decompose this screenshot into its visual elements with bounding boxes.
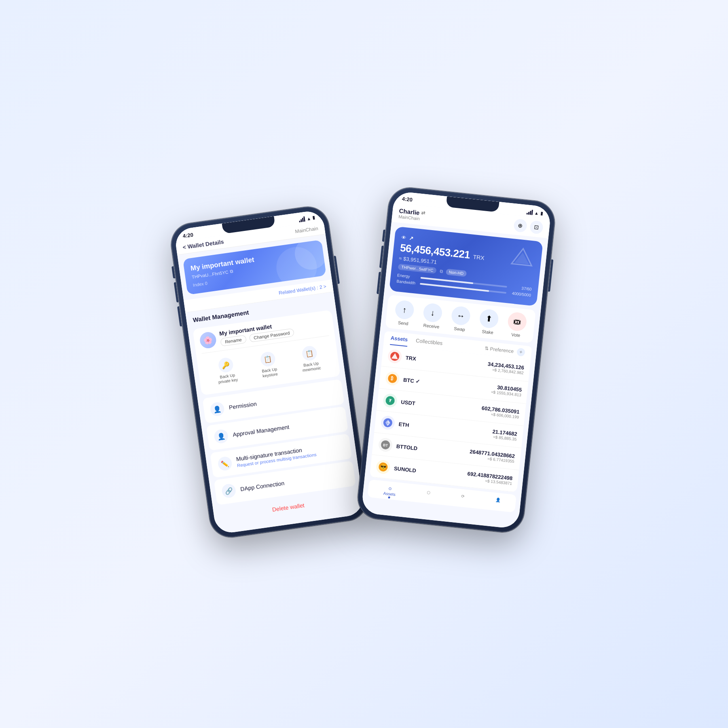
wifi-icon: ▲ (306, 216, 311, 221)
vote-label: Vote (511, 332, 521, 338)
tab-collectibles[interactable]: Collectibles (415, 334, 443, 350)
sunold-info: SUNOLD (394, 465, 463, 478)
non-hd-badge: Non-HD (446, 269, 466, 277)
status-icons-left: ▲ ▮ (298, 215, 315, 222)
bttold-balance: 2648771.04328662 ≈$ 6.77419355 (469, 449, 515, 464)
stake-action[interactable]: ⬆ Stake (478, 309, 499, 335)
wallet-identity-info: My important wallet Rename Change Passwo… (219, 315, 328, 347)
signal-icon-right (527, 209, 533, 215)
back-button[interactable]: < Wallet Details (182, 238, 224, 250)
bttold-name: BTTOLD (396, 443, 466, 456)
receive-icon: ↓ (423, 303, 443, 323)
swap-label: Swap (454, 326, 466, 332)
status-icons-right: ▲ ▮ (527, 209, 543, 216)
wallet-avatar: 🌸 (199, 331, 217, 349)
trx-icon (387, 349, 402, 364)
stake-icon: ⬆ (479, 309, 499, 329)
status-time-left: 4:20 (182, 232, 194, 239)
copy-icon[interactable]: ⧉ (229, 269, 233, 274)
tab-right-actions: ⇅ Preference + (484, 344, 525, 356)
svg-text:₿: ₿ (391, 375, 394, 381)
eth-icon (380, 415, 395, 430)
dapp-label: DApp Connection (240, 480, 285, 492)
backup-keystore-label: Back Upkeystore (262, 367, 278, 379)
preference-button[interactable]: ⇅ Preference (485, 345, 514, 354)
wifi-icon-right: ▲ (534, 210, 539, 216)
btc-icon: ₿ (385, 371, 400, 386)
stake-label: Stake (482, 329, 493, 335)
status-time-right: 4:20 (402, 196, 413, 203)
chain-label-left: MainChain (295, 226, 319, 235)
eth-info: ETH (398, 421, 489, 436)
sunold-balance: 692.418878222498 ≈$ 13.5483871 (467, 471, 513, 486)
send-action[interactable]: ↑ Send (394, 300, 415, 326)
approval-icon: 👤 (214, 429, 229, 444)
rename-button[interactable]: Rename (220, 335, 247, 347)
permission-label: Permission (229, 400, 257, 411)
swap-icon: ⇄ (421, 210, 425, 216)
bttold-icon: BT (378, 437, 393, 452)
bttold-info: BTTOLD (396, 443, 466, 456)
balance-ticker: TRX (473, 254, 485, 261)
dapp-icon: 🔗 (221, 483, 236, 498)
header-icons: ⊕ ⊡ (513, 218, 544, 234)
tab-assets[interactable]: Assets (390, 332, 408, 347)
battery-icon-right: ▮ (540, 211, 543, 216)
balance-address: THPwer...5wtFYC (398, 264, 437, 274)
hide-balance-icon[interactable] (401, 233, 406, 241)
copy-address-icon[interactable]: ⧉ (440, 269, 443, 274)
backup-key-label: Back Upprivate key (218, 372, 238, 385)
usdt-icon: ₮ (383, 393, 398, 408)
trx-name: TRX (405, 354, 484, 368)
backup-private-key[interactable]: 🔑 Back Upprivate key (215, 356, 238, 385)
send-label: Send (398, 320, 408, 326)
swap-icon-btn: ↔ (451, 305, 471, 326)
nav-collectibles[interactable]: ⬡ (421, 488, 436, 502)
battery-icon: ▮ (312, 215, 315, 220)
scan-button[interactable]: ⊡ (529, 220, 544, 234)
svg-text:BT: BT (383, 443, 388, 447)
usdt-balance: 602,786.035091 ≈$ 606,000.199 (481, 405, 520, 419)
backup-keystore[interactable]: 📋 Back Upkeystore (259, 351, 278, 379)
qr-receive-button[interactable]: ⊕ (513, 218, 527, 233)
add-asset-button[interactable]: + (516, 347, 525, 356)
swap-action[interactable]: ↔ Swap (450, 305, 471, 332)
assets-nav-label: Assets (383, 491, 396, 497)
profile-nav-icon: 👤 (495, 497, 500, 502)
external-link-icon[interactable] (409, 234, 414, 242)
assets-nav-icon: ⊙ (388, 486, 392, 491)
sunold-name: SUNOLD (394, 465, 463, 478)
svg-text:😎: 😎 (380, 463, 386, 470)
right-phone: 4:20 ▲ ▮ (356, 186, 557, 535)
backup-mnemonic-icon: 📋 (301, 345, 318, 362)
approval-label: Approval Management (232, 423, 290, 438)
sunold-icon: 😎 (376, 459, 391, 474)
usdt-name: USDT (401, 399, 478, 413)
vote-action[interactable]: 🎟 Vote (506, 311, 527, 338)
trx-info: TRX (405, 354, 484, 368)
multisig-icon: ✏️ (217, 456, 233, 471)
nav-history[interactable]: ⟳ (455, 492, 470, 506)
usdt-info: USDT (401, 399, 478, 413)
vote-icon: 🎟 (507, 311, 527, 332)
eth-balance: 21.174682 ≈$ 85,885.35 (492, 428, 518, 441)
bandwidth-label: Bandwidth (396, 279, 418, 286)
backup-mnemonic[interactable]: 📋 Back Upmnemonic (299, 345, 322, 373)
nav-profile[interactable]: 👤 (490, 495, 506, 510)
balance-card: 56,456,453.221 TRX ≈ $3,951,951.71 THPwe… (389, 226, 543, 306)
eth-name: ETH (398, 421, 489, 436)
btc-name: BTC ✓ (403, 377, 487, 392)
receive-label: Receive (423, 323, 440, 329)
collectibles-nav-icon: ⬡ (427, 490, 431, 495)
btc-balance: 30.810455 ≈$ 1555,934.813 (491, 384, 522, 398)
backup-key-icon: 🔑 (218, 357, 234, 373)
history-nav-icon: ⟳ (461, 494, 465, 499)
btc-info: BTC ✓ (403, 377, 487, 392)
nav-assets[interactable]: ⊙ Assets (378, 484, 401, 499)
send-icon: ↑ (394, 300, 415, 320)
backup-mnemonic-label: Back Upmnemonic (301, 361, 321, 373)
trx-balance: 34,234,453.126 ≈$ 2,760,842.982 (487, 361, 525, 375)
backup-keystore-icon: 📋 (260, 351, 276, 368)
receive-action[interactable]: ↓ Receive (422, 303, 443, 329)
signal-icon (298, 216, 305, 222)
